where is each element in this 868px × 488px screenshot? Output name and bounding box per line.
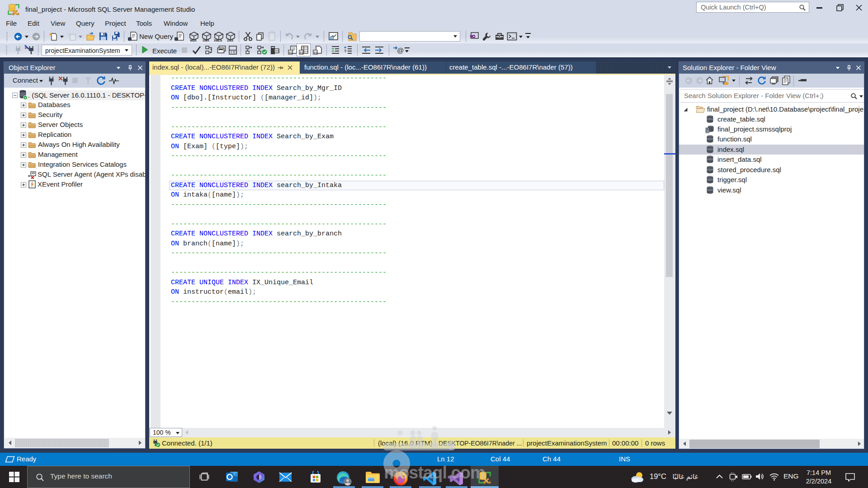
svg-text:01: 01 [289, 51, 292, 54]
svg-text:DMX: DMX [203, 39, 210, 42]
svg-text:MDX: MDX [190, 39, 197, 42]
svg-text:01: 01 [314, 51, 317, 54]
svg-text:XMLA: XMLA [214, 39, 222, 42]
svg-text:?: ? [344, 49, 347, 53]
svg-text:DAX: DAX [227, 39, 234, 42]
svg-text:01: 01 [300, 51, 303, 54]
svg-text:@: @ [397, 47, 404, 54]
